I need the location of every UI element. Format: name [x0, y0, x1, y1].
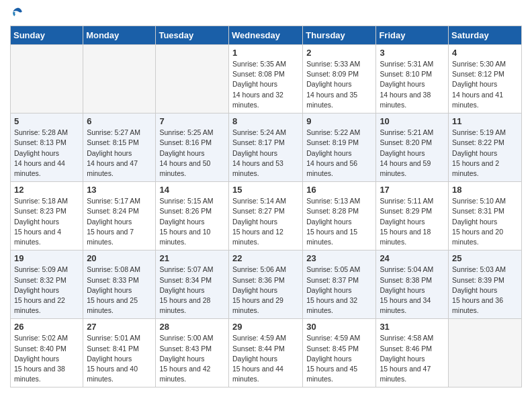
day-detail: Sunrise: 5:19 AM Sunset: 8:22 PM Dayligh…: [452, 128, 518, 179]
daylight-label: Daylight hours: [306, 149, 351, 157]
sunset-label: Sunset: 8:37 PM: [306, 276, 359, 284]
day-detail: Sunrise: 5:03 AM Sunset: 8:39 PM Dayligh…: [452, 265, 518, 316]
daylight-label: Daylight hours: [159, 218, 204, 226]
weekday-header: Sunday: [11, 26, 83, 45]
day-detail: Sunrise: 5:04 AM Sunset: 8:38 PM Dayligh…: [380, 265, 445, 316]
calendar-table: SundayMondayTuesdayWednesdayThursdayFrid…: [10, 26, 522, 387]
calendar-cell: 27 Sunrise: 5:01 AM Sunset: 8:41 PM Dayl…: [83, 319, 156, 387]
day-number: 22: [232, 253, 299, 263]
daylight-value: 15 hours and 34 minutes.: [380, 296, 431, 314]
day-number: 14: [159, 185, 225, 195]
day-number: 11: [452, 116, 518, 126]
day-detail: Sunrise: 5:09 AM Sunset: 8:32 PM Dayligh…: [14, 265, 79, 316]
day-number: 1: [232, 48, 299, 58]
calendar-cell: 14 Sunrise: 5:15 AM Sunset: 8:26 PM Dayl…: [156, 182, 229, 250]
daylight-label: Daylight hours: [232, 218, 277, 226]
sunrise-label: Sunrise: 5:05 AM: [306, 265, 360, 273]
calendar-cell: [156, 45, 229, 113]
daylight-label: Daylight hours: [232, 80, 277, 88]
day-number: 13: [87, 185, 152, 195]
daylight-value: 14 hours and 56 minutes.: [306, 159, 357, 177]
calendar-cell: 23 Sunrise: 5:05 AM Sunset: 8:37 PM Dayl…: [303, 250, 376, 319]
sunrise-label: Sunrise: 4:58 AM: [380, 334, 433, 342]
day-number: 23: [306, 253, 372, 263]
day-number: 9: [306, 116, 372, 126]
daylight-value: 15 hours and 44 minutes.: [232, 365, 283, 383]
sunset-label: Sunset: 8:15 PM: [87, 138, 139, 146]
sunset-label: Sunset: 8:12 PM: [452, 70, 504, 78]
sunset-label: Sunset: 8:27 PM: [232, 207, 285, 215]
sunset-label: Sunset: 8:43 PM: [159, 345, 212, 353]
daylight-label: Daylight hours: [380, 80, 425, 88]
sunrise-label: Sunrise: 5:08 AM: [87, 265, 140, 273]
day-detail: Sunrise: 5:30 AM Sunset: 8:12 PM Dayligh…: [452, 59, 518, 110]
day-detail: Sunrise: 5:05 AM Sunset: 8:37 PM Dayligh…: [306, 265, 372, 316]
daylight-label: Daylight hours: [452, 286, 497, 294]
daylight-value: 15 hours and 7 minutes.: [87, 228, 134, 246]
daylight-value: 15 hours and 15 minutes.: [306, 228, 357, 246]
calendar-cell: 18 Sunrise: 5:10 AM Sunset: 8:31 PM Dayl…: [449, 182, 522, 250]
daylight-value: 15 hours and 2 minutes.: [452, 159, 499, 177]
sunrise-label: Sunrise: 5:30 AM: [452, 60, 506, 68]
daylight-label: Daylight hours: [159, 355, 204, 363]
day-detail: Sunrise: 5:31 AM Sunset: 8:10 PM Dayligh…: [380, 59, 445, 110]
sunset-label: Sunset: 8:19 PM: [306, 138, 359, 146]
calendar-cell: 21 Sunrise: 5:07 AM Sunset: 8:34 PM Dayl…: [156, 250, 229, 319]
daylight-value: 15 hours and 38 minutes.: [14, 365, 65, 383]
daylight-value: 15 hours and 47 minutes.: [380, 365, 431, 383]
daylight-value: 14 hours and 59 minutes.: [380, 159, 431, 177]
day-number: 15: [232, 185, 299, 195]
calendar-cell: 28 Sunrise: 5:00 AM Sunset: 8:43 PM Dayl…: [156, 319, 229, 387]
day-detail: Sunrise: 5:02 AM Sunset: 8:40 PM Dayligh…: [14, 333, 79, 384]
calendar-cell: 25 Sunrise: 5:03 AM Sunset: 8:39 PM Dayl…: [449, 250, 522, 319]
day-detail: Sunrise: 5:21 AM Sunset: 8:20 PM Dayligh…: [380, 128, 445, 179]
calendar-cell: 29 Sunrise: 4:59 AM Sunset: 8:44 PM Dayl…: [229, 319, 303, 387]
sunset-label: Sunset: 8:38 PM: [380, 276, 432, 284]
day-number: 16: [306, 185, 372, 195]
daylight-label: Daylight hours: [87, 355, 132, 363]
sunrise-label: Sunrise: 5:03 AM: [452, 265, 506, 273]
sunrise-label: Sunrise: 5:25 AM: [159, 128, 213, 136]
calendar-week-row: 5 Sunrise: 5:28 AM Sunset: 8:13 PM Dayli…: [11, 113, 522, 182]
day-detail: Sunrise: 5:10 AM Sunset: 8:31 PM Dayligh…: [452, 196, 518, 247]
sunrise-label: Sunrise: 5:13 AM: [306, 197, 360, 205]
daylight-value: 14 hours and 44 minutes.: [14, 159, 65, 177]
daylight-value: 14 hours and 50 minutes.: [159, 159, 210, 177]
day-detail: Sunrise: 5:35 AM Sunset: 8:08 PM Dayligh…: [232, 59, 299, 110]
day-number: 2: [306, 48, 372, 58]
daylight-value: 15 hours and 10 minutes.: [159, 228, 210, 246]
sunset-label: Sunset: 8:13 PM: [14, 138, 66, 146]
daylight-label: Daylight hours: [380, 149, 425, 157]
calendar-cell: 26 Sunrise: 5:02 AM Sunset: 8:40 PM Dayl…: [11, 319, 83, 387]
sunset-label: Sunset: 8:17 PM: [232, 138, 285, 146]
calendar-cell: 4 Sunrise: 5:30 AM Sunset: 8:12 PM Dayli…: [449, 45, 522, 113]
day-detail: Sunrise: 5:00 AM Sunset: 8:43 PM Dayligh…: [159, 333, 225, 384]
sunrise-label: Sunrise: 5:33 AM: [306, 60, 360, 68]
day-number: 25: [452, 253, 518, 263]
sunset-label: Sunset: 8:40 PM: [14, 345, 66, 353]
sunrise-label: Sunrise: 5:09 AM: [14, 265, 68, 273]
calendar-cell: 11 Sunrise: 5:19 AM Sunset: 8:22 PM Dayl…: [449, 113, 522, 182]
sunset-label: Sunset: 8:20 PM: [380, 138, 432, 146]
day-number: 3: [380, 48, 445, 58]
day-detail: Sunrise: 5:33 AM Sunset: 8:09 PM Dayligh…: [306, 59, 372, 110]
daylight-label: Daylight hours: [306, 355, 351, 363]
day-detail: Sunrise: 5:27 AM Sunset: 8:15 PM Dayligh…: [87, 128, 152, 179]
day-detail: Sunrise: 5:11 AM Sunset: 8:29 PM Dayligh…: [380, 196, 445, 247]
sunrise-label: Sunrise: 5:11 AM: [380, 197, 433, 205]
sunset-label: Sunset: 8:46 PM: [380, 345, 432, 353]
daylight-label: Daylight hours: [14, 286, 59, 294]
daylight-label: Daylight hours: [380, 218, 425, 226]
day-number: 31: [380, 322, 445, 332]
daylight-label: Daylight hours: [306, 80, 351, 88]
sunset-label: Sunset: 8:33 PM: [87, 276, 139, 284]
sunrise-label: Sunrise: 5:18 AM: [14, 197, 68, 205]
sunrise-label: Sunrise: 5:19 AM: [452, 128, 506, 136]
daylight-value: 15 hours and 25 minutes.: [87, 296, 138, 314]
day-number: 8: [232, 116, 299, 126]
day-number: 26: [14, 322, 79, 332]
daylight-value: 14 hours and 32 minutes.: [232, 91, 283, 109]
sunrise-label: Sunrise: 5:06 AM: [232, 265, 286, 273]
day-detail: Sunrise: 5:14 AM Sunset: 8:27 PM Dayligh…: [232, 196, 299, 247]
day-number: 4: [452, 48, 518, 58]
